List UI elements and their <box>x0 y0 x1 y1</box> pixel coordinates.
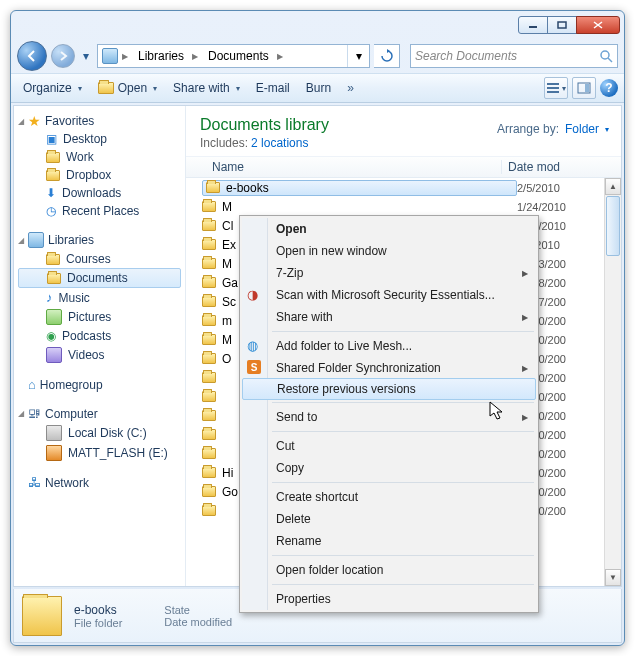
scroll-thumb[interactable] <box>606 196 620 256</box>
ctx-7zip[interactable]: 7-Zip <box>242 262 536 284</box>
open-button[interactable]: Open <box>92 78 163 98</box>
ctx-copy[interactable]: Copy <box>242 457 536 479</box>
preview-pane-button[interactable] <box>572 77 596 99</box>
sidebar-favorites-header[interactable]: ◢★Favorites <box>14 112 185 130</box>
ctx-properties[interactable]: Properties <box>242 588 536 610</box>
refresh-button[interactable] <box>374 44 400 68</box>
videos-icon <box>46 347 62 363</box>
vertical-scrollbar[interactable]: ▲ ▼ <box>604 178 621 586</box>
ctx-cut[interactable]: Cut <box>242 435 536 457</box>
ctx-scan-mse[interactable]: ◑Scan with Microsoft Security Essentials… <box>242 284 536 306</box>
sidebar-computer-header[interactable]: ◢🖳Computer <box>14 404 185 423</box>
folder-icon <box>46 152 60 163</box>
ctx-open[interactable]: Open <box>242 218 536 240</box>
podcasts-icon: ◉ <box>46 329 56 343</box>
folder-icon <box>202 296 216 307</box>
help-button[interactable]: ? <box>600 79 618 97</box>
ctx-live-mesh[interactable]: ◍Add folder to Live Mesh... <box>242 335 536 357</box>
sidebar-item-documents[interactable]: Documents <box>18 268 181 288</box>
scroll-up-button[interactable]: ▲ <box>605 178 621 195</box>
folder-icon <box>202 391 216 402</box>
file-name: M <box>222 333 232 347</box>
column-date[interactable]: Date mod <box>501 160 621 174</box>
svg-point-2 <box>601 51 609 59</box>
search-icon <box>599 49 613 63</box>
details-name: e-books <box>74 603 122 617</box>
close-button[interactable] <box>576 16 620 34</box>
library-header: Documents library Includes: 2 locations … <box>186 106 621 156</box>
back-button[interactable] <box>17 41 47 71</box>
file-name: Sc <box>222 295 236 309</box>
folder-icon <box>202 486 216 497</box>
file-row[interactable]: M1/24/2010 <box>186 197 621 216</box>
sidebar-libraries-header[interactable]: ◢Libraries <box>14 230 185 250</box>
breadcrumb-root[interactable]: ▶ <box>98 45 134 67</box>
sidebar-item-videos[interactable]: Videos <box>14 345 185 365</box>
ctx-restore-previous-versions[interactable]: Restore previous versions <box>242 378 536 400</box>
sidebar-item-podcasts[interactable]: ◉Podcasts <box>14 327 185 345</box>
ctx-rename[interactable]: Rename <box>242 530 536 552</box>
folder-icon <box>202 315 216 326</box>
svg-rect-5 <box>547 91 559 93</box>
sidebar-item-desktop[interactable]: ▣Desktop <box>14 130 185 148</box>
details-state-label: State <box>164 604 232 616</box>
file-name: Go <box>222 485 238 499</box>
view-options-button[interactable]: ▾ <box>544 77 568 99</box>
folder-icon <box>202 334 216 345</box>
share-with-button[interactable]: Share with <box>167 78 246 98</box>
navigation-pane: ◢★Favorites ▣Desktop Work Dropbox ⬇Downl… <box>14 106 186 586</box>
star-icon: ★ <box>28 114 41 128</box>
search-placeholder: Search Documents <box>415 49 599 63</box>
usb-icon <box>46 445 62 461</box>
ctx-open-folder-location[interactable]: Open folder location <box>242 559 536 581</box>
history-dropdown[interactable]: ▾ <box>79 46 93 66</box>
arrange-by[interactable]: Arrange by: Folder ▾ <box>497 116 609 136</box>
libraries-icon <box>102 48 118 64</box>
sidebar-item-dropbox[interactable]: Dropbox <box>14 166 185 184</box>
file-name: e-books <box>226 181 269 195</box>
file-row[interactable]: e-books2/5/2010 <box>186 178 621 197</box>
includes-link[interactable]: 2 locations <box>251 136 308 150</box>
sidebar-item-work[interactable]: Work <box>14 148 185 166</box>
folder-icon <box>202 277 216 288</box>
organize-button[interactable]: Organize <box>17 78 88 98</box>
sidebar-item-pictures[interactable]: Pictures <box>14 307 185 327</box>
breadcrumb-libraries[interactable]: Libraries▶ <box>134 45 204 67</box>
ctx-create-shortcut[interactable]: Create shortcut <box>242 486 536 508</box>
maximize-button[interactable] <box>547 16 577 34</box>
search-box[interactable]: Search Documents <box>410 44 618 68</box>
shield-icon: ◑ <box>247 287 263 303</box>
sidebar-item-local-disk[interactable]: Local Disk (C:) <box>14 423 185 443</box>
address-bar[interactable]: ▶ Libraries▶ Documents▶ ▾ <box>97 44 370 68</box>
email-button[interactable]: E-mail <box>250 78 296 98</box>
folder-icon <box>202 429 216 440</box>
sidebar-item-courses[interactable]: Courses <box>14 250 185 268</box>
file-name: m <box>222 314 232 328</box>
address-dropdown[interactable]: ▾ <box>347 45 369 67</box>
pictures-icon <box>46 309 62 325</box>
forward-button[interactable] <box>51 44 75 68</box>
sidebar-item-music[interactable]: ♪Music <box>14 288 185 307</box>
file-name: M <box>222 200 232 214</box>
column-name[interactable]: Name <box>186 160 501 174</box>
details-modified-label: Date modified <box>164 616 232 628</box>
folder-open-icon <box>98 82 114 94</box>
sidebar-item-downloads[interactable]: ⬇Downloads <box>14 184 185 202</box>
sidebar-item-flash-drive[interactable]: MATT_FLASH (E:) <box>14 443 185 463</box>
minimize-button[interactable] <box>518 16 548 34</box>
ctx-shared-folder-sync[interactable]: SShared Folder Synchronization <box>242 357 536 379</box>
breadcrumb-documents[interactable]: Documents▶ <box>204 45 289 67</box>
sidebar-network-header[interactable]: ◢🖧Network <box>14 473 185 492</box>
svg-rect-7 <box>585 84 589 92</box>
toolbar-overflow[interactable]: » <box>341 78 360 98</box>
scroll-down-button[interactable]: ▼ <box>605 569 621 586</box>
sidebar-item-recent-places[interactable]: ◷Recent Places <box>14 202 185 220</box>
sidebar-homegroup-header[interactable]: ◢⌂Homegroup <box>14 375 185 394</box>
ctx-open-new-window[interactable]: Open in new window <box>242 240 536 262</box>
command-bar: Organize Open Share with E-mail Burn » ▾… <box>11 73 624 103</box>
ctx-share-with[interactable]: Share with <box>242 306 536 328</box>
library-includes: Includes: 2 locations <box>200 136 329 150</box>
folder-icon <box>46 170 60 181</box>
ctx-delete[interactable]: Delete <box>242 508 536 530</box>
burn-button[interactable]: Burn <box>300 78 337 98</box>
